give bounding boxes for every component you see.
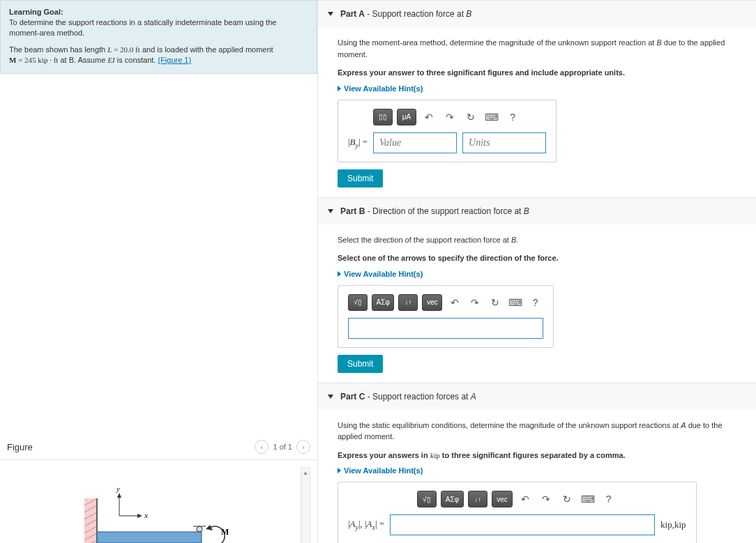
answer-label-c: |Ay|, |Ax| = [348,519,384,531]
collapse-icon[interactable] [328,395,333,399]
help-icon[interactable]: ? [600,491,617,507]
svg-marker-17 [117,493,121,498]
pager-prev-button[interactable]: ‹ [255,440,269,454]
part-c: Part C - Support reaction forces at A Us… [318,383,756,544]
part-b-instruction: Select the direction of the support reac… [338,234,738,246]
figure-heading: Figure [7,442,33,452]
part-c-format: Express your answers in kip to three sig… [338,450,738,461]
svg-marker-15 [206,525,213,530]
sqrt-button[interactable]: √▯ [348,294,368,311]
hints-link[interactable]: View Available Hint(s) [338,84,738,93]
figure-pager: ‹ 1 of 1 › [255,440,310,454]
units-button[interactable]: μA [397,109,416,125]
vec-button[interactable]: vec [422,294,442,311]
figure-canvas: M y x A B L [7,467,301,543]
units-suffix: kip,kip [660,519,686,530]
answer-label-a: |By| = [348,137,368,149]
svg-point-13 [197,526,202,532]
label-M: M [221,527,229,537]
templates-button[interactable]: ▯▯ [373,109,393,125]
hints-link[interactable]: View Available Hint(s) [338,466,738,475]
reset-icon[interactable]: ↻ [487,294,503,311]
label-y: y [116,484,120,493]
part-c-instruction: Using the static equilibrium conditions,… [338,420,738,443]
part-a-instruction: Using the moment-area method, determine … [338,37,738,60]
redo-icon[interactable]: ↷ [441,109,458,125]
learning-goal-box: Learning Goal: To determine the support … [0,0,317,74]
part-a: Part A - Support reaction force at B Usi… [318,0,756,197]
learning-goal-title: Learning Goal: [9,8,308,16]
part-b-format: Select one of the arrows to specify the … [338,252,738,264]
redo-icon[interactable]: ↷ [467,294,483,311]
collapse-icon[interactable] [328,12,333,16]
reset-icon[interactable]: ↻ [462,109,479,125]
keyboard-icon[interactable]: ⌨ [507,294,523,311]
svg-marker-19 [137,514,142,518]
answer-box-a: ▯▯ μA ↶ ↷ ↻ ⌨ ? |By| = [338,100,557,162]
hints-link[interactable]: View Available Hint(s) [338,270,738,278]
keyboard-icon[interactable]: ⌨ [483,109,500,125]
svg-rect-12 [97,532,202,543]
vec-button[interactable]: vec [492,491,513,507]
value-input[interactable] [373,132,457,153]
value-input[interactable] [390,514,655,535]
figure-link[interactable]: (Figure 1) [158,56,191,64]
part-a-title: Part A - Support reaction force at B [340,9,471,19]
greek-button[interactable]: ΑΣφ [372,294,394,311]
greek-button[interactable]: ΑΣφ [441,491,464,507]
direction-input[interactable] [348,318,543,339]
answer-box-c: √▯ ΑΣφ ↓↑ vec ↶ ↷ ↻ ⌨ ? |Ay|, |Ax| = kip… [338,482,697,543]
units-input[interactable] [462,132,546,153]
part-b-title: Part B - Direction of the support reacti… [340,206,529,216]
submit-button[interactable]: Submit [338,169,383,188]
undo-icon[interactable]: ↶ [421,109,437,125]
part-a-format: Express your answer to three significant… [338,67,738,79]
help-icon[interactable]: ? [504,109,521,125]
part-c-title: Part C - Support reaction forces at A [340,392,476,401]
undo-icon[interactable]: ↶ [517,491,534,507]
figure-section: Figure ‹ 1 of 1 › [0,434,317,543]
learning-goal-p1: To determine the support reactions in a … [9,17,308,39]
learning-goal-p2: The beam shown has length L = 20.0 ft an… [9,45,308,66]
pager-count: 1 of 1 [273,443,292,451]
answer-box-b: √▯ ΑΣφ ↓↑ vec ↶ ↷ ↻ ⌨ ? [338,285,554,348]
pager-next-button[interactable]: › [296,440,310,454]
collapse-icon[interactable] [328,209,333,213]
figure-scrollbar[interactable]: ▲ ▼ [301,467,310,543]
redo-icon[interactable]: ↷ [538,491,554,507]
arrows-button[interactable]: ↓↑ [398,294,418,311]
submit-button[interactable]: Submit [338,355,383,373]
label-x: x [144,511,148,519]
undo-icon[interactable]: ↶ [446,294,462,311]
arrows-button[interactable]: ↓↑ [468,491,487,507]
reset-icon[interactable]: ↻ [559,491,575,507]
sqrt-button[interactable]: √▯ [417,491,437,507]
scroll-up-icon[interactable]: ▲ [301,468,310,477]
keyboard-icon[interactable]: ⌨ [580,491,596,507]
part-b: Part B - Direction of the support reacti… [318,197,756,383]
help-icon[interactable]: ? [527,294,543,311]
